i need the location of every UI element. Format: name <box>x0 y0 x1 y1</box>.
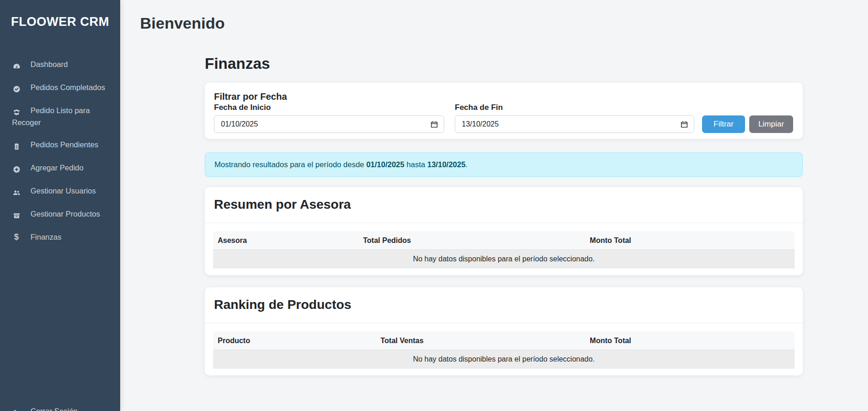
summary-table: Asesora Total Pedidos Monto Total No hay… <box>213 231 795 268</box>
column-header-monto-total: Monto Total <box>585 231 795 250</box>
page-title: Bienvenido <box>140 14 868 33</box>
table-header-row: Producto Total Ventas Monto Total <box>213 332 795 350</box>
sidebar-item-pedidos-completados[interactable]: Pedidos Completados <box>0 76 120 99</box>
table-empty-row: No hay datos disponibles para el período… <box>213 350 795 369</box>
start-date-input[interactable]: 01/10/2025 <box>214 115 444 133</box>
sidebar-item-label: Dashboard <box>31 60 68 68</box>
sidebar-nav: Dashboard Pedidos Completados Pedido Lis… <box>0 53 120 248</box>
end-date-value: 13/10/2025 <box>462 120 499 128</box>
info-alert: Mostrando resultados para el período des… <box>205 152 803 177</box>
alert-text: hasta <box>404 160 428 169</box>
empty-message: No hay datos disponibles para el período… <box>213 250 795 268</box>
end-date-label: Fecha de Fin <box>455 103 694 112</box>
sidebar-item-label: Gestionar Usuarios <box>31 187 96 195</box>
ranking-card: Ranking de Productos Producto Total Vent… <box>205 287 803 375</box>
sidebar-item-logout[interactable]: Cerrar Sesión <box>0 400 120 411</box>
summary-card-header: Resumen por Asesora <box>205 187 803 223</box>
summary-card-title: Resumen por Asesora <box>214 197 794 212</box>
check-circle-icon <box>12 83 21 94</box>
sidebar-item-pedido-listo-para-recoger[interactable]: Pedido Listo para Recoger <box>0 99 120 133</box>
calendar-icon[interactable] <box>680 121 688 128</box>
sidebar-item-dashboard[interactable]: Dashboard <box>0 53 120 76</box>
ranking-card-title: Ranking de Productos <box>214 297 794 313</box>
sidebar-item-finanzas[interactable]: $Finanzas <box>0 226 120 248</box>
sidebar-item-gestionar-usuarios[interactable]: Gestionar Usuarios <box>0 180 120 203</box>
alert-text: Mostrando resultados para el período des… <box>214 160 366 169</box>
app-title: FLOOWER CRM <box>0 13 120 30</box>
sidebar-item-label: Agregar Pedido <box>31 163 84 172</box>
sidebar-item-label: Gestionar Productos <box>31 210 100 218</box>
box-open-icon <box>12 106 21 117</box>
filter-button[interactable]: Filtrar <box>702 115 745 133</box>
finanzas-container: Finanzas Filtrar por Fecha Fecha de Inic… <box>205 54 803 375</box>
start-date-value: 01/10/2025 <box>221 120 258 128</box>
alert-end-date: 13/10/2025 <box>428 160 466 169</box>
alert-start-date: 01/10/2025 <box>366 160 404 169</box>
column-header-total-pedidos: Total Pedidos <box>359 231 586 250</box>
main-content: Bienvenido Finanzas Filtrar por Fecha Fe… <box>120 0 868 411</box>
table-empty-row: No hay datos disponibles para el período… <box>213 250 795 268</box>
sidebar-item-label: Pedidos Completados <box>31 83 105 91</box>
sidebar-item-gestionar-productos[interactable]: Gestionar Productos <box>0 203 120 226</box>
sidebar-item-label: Cerrar Sesión <box>31 407 78 411</box>
start-date-label: Fecha de Inicio <box>214 103 444 112</box>
box-icon <box>12 209 21 220</box>
section-title: Finanzas <box>205 54 803 73</box>
clear-button[interactable]: Limpiar <box>749 115 793 133</box>
summary-card-body: Asesora Total Pedidos Monto Total No hay… <box>205 223 803 275</box>
empty-message: No hay datos disponibles para el período… <box>213 350 795 369</box>
dollar-icon: $ <box>12 231 21 242</box>
filter-card-title: Filtrar por Fecha <box>214 91 794 102</box>
column-header-producto: Producto <box>213 332 376 350</box>
start-date-field: Fecha de Inicio 01/10/2025 <box>214 103 444 133</box>
gauge-icon <box>12 60 21 71</box>
column-header-asesora: Asesora <box>213 231 359 250</box>
end-date-input[interactable]: 13/10/2025 <box>455 115 694 133</box>
calendar-icon[interactable] <box>430 121 438 128</box>
filter-card: Filtrar por Fecha Fecha de Inicio 01/10/… <box>205 83 803 139</box>
alert-text: . <box>465 160 468 169</box>
users-icon <box>12 186 21 197</box>
sidebar: FLOOWER CRM Dashboard Pedidos Completado… <box>0 0 120 411</box>
ranking-table: Producto Total Ventas Monto Total No hay… <box>213 332 795 369</box>
table-header-row: Asesora Total Pedidos Monto Total <box>213 231 795 250</box>
sign-out-icon <box>12 406 21 411</box>
plus-circle-icon <box>12 163 21 174</box>
clipboard-icon <box>12 140 21 151</box>
sidebar-item-label: Finanzas <box>31 233 61 241</box>
end-date-field: Fecha de Fin 13/10/2025 <box>455 103 694 133</box>
ranking-card-header: Ranking de Productos <box>205 287 803 323</box>
column-header-monto-total: Monto Total <box>585 332 795 350</box>
ranking-card-body: Producto Total Ventas Monto Total No hay… <box>205 323 803 375</box>
sidebar-item-label: Pedido Listo para Recoger <box>12 106 90 127</box>
column-header-total-ventas: Total Ventas <box>376 332 585 350</box>
sidebar-item-agregar-pedido[interactable]: Agregar Pedido <box>0 157 120 180</box>
summary-card: Resumen por Asesora Asesora Total Pedido… <box>205 187 803 275</box>
filter-row: Fecha de Inicio 01/10/2025 Fecha de Fin … <box>214 103 794 133</box>
sidebar-item-pedidos-pendientes[interactable]: Pedidos Pendientes <box>0 133 120 157</box>
sidebar-item-label: Pedidos Pendientes <box>31 140 98 149</box>
